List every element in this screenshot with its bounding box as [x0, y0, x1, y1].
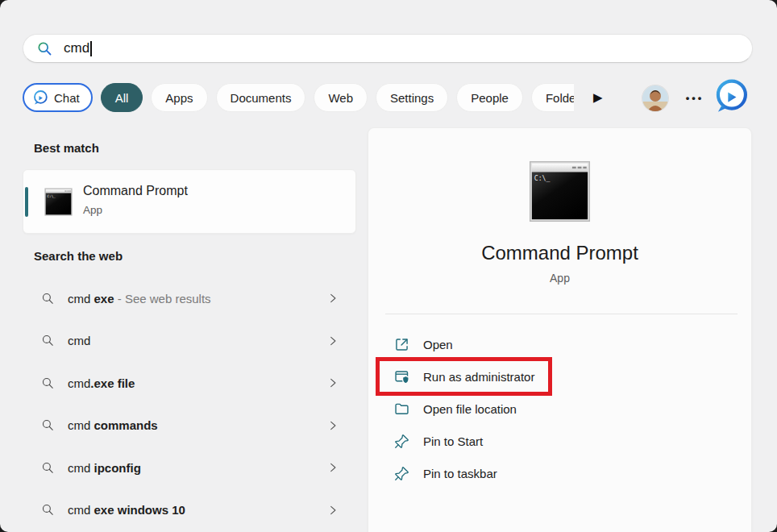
chevron-right-icon — [327, 462, 339, 473]
best-match-title: Command Prompt — [83, 184, 188, 198]
web-suggestion-list: cmd exe - See web results cmd cmd.exe fi… — [23, 277, 356, 531]
chevron-right-icon — [327, 505, 339, 516]
search-icon — [40, 291, 56, 306]
action-pin-to-start[interactable]: Pin to Start — [385, 425, 627, 457]
filter-documents-button[interactable]: Documents — [216, 83, 306, 112]
web-suggestion-item[interactable]: cmd ipconfig — [23, 447, 356, 489]
best-match-heading: Best match — [34, 141, 99, 155]
text-caret — [90, 41, 91, 56]
pin-icon — [393, 465, 410, 482]
bing-icon — [713, 77, 750, 114]
avatar-photo — [642, 85, 668, 111]
selection-accent-bar — [25, 187, 28, 217]
more-options-button[interactable]: ••• — [681, 89, 708, 108]
filter-pill-row: Chat All Apps Documents Web Settings Peo… — [23, 83, 574, 114]
filter-chat-button[interactable]: Chat — [23, 83, 93, 112]
search-icon — [36, 40, 53, 57]
more-filters-arrow-icon[interactable]: ▶ — [593, 89, 609, 106]
chevron-right-icon — [327, 377, 339, 389]
web-suggestion-item[interactable]: cmd commands — [23, 405, 356, 447]
search-icon — [40, 376, 56, 391]
search-the-web-heading: Search the web — [34, 249, 123, 263]
user-avatar[interactable] — [642, 85, 668, 111]
folder-icon — [393, 401, 410, 418]
filter-people-button[interactable]: People — [456, 83, 523, 112]
chevron-right-icon — [327, 420, 339, 431]
filter-settings-button[interactable]: Settings — [376, 83, 448, 112]
chevron-right-icon — [327, 335, 339, 347]
detail-app-subtitle: App — [368, 272, 752, 285]
search-input[interactable]: cmd — [64, 40, 92, 56]
search-icon — [40, 418, 56, 433]
pin-icon — [393, 433, 410, 450]
bing-chat-button[interactable] — [713, 77, 750, 114]
action-open-file-location[interactable]: Open file location — [385, 393, 627, 425]
filter-folders-button[interactable]: Folders — [531, 83, 574, 112]
web-suggestion-item[interactable]: cmd exe - See web results — [23, 277, 356, 320]
filter-chat-label: Chat — [54, 91, 80, 105]
action-pin-to-taskbar[interactable]: Pin to taskbar — [385, 457, 627, 489]
command-prompt-icon-large: C:\_ — [529, 160, 591, 222]
svg-text:C:\_: C:\_ — [534, 174, 551, 182]
action-open[interactable]: Open — [385, 328, 627, 360]
open-external-icon — [393, 336, 410, 353]
filter-web-button[interactable]: Web — [314, 83, 368, 112]
web-suggestion-item[interactable]: cmd exe windows 10 — [23, 489, 356, 532]
search-icon — [40, 333, 56, 348]
web-suggestion-item[interactable]: cmd — [23, 320, 356, 363]
best-match-item-command-prompt[interactable]: C:\_ Command Prompt App — [23, 169, 356, 234]
highlight-box-run-as-administrator — [376, 357, 552, 396]
divider — [385, 314, 738, 314]
command-prompt-icon: C:\_ — [44, 188, 73, 216]
bing-chat-icon — [32, 89, 48, 106]
filter-all-button[interactable]: All — [101, 83, 143, 112]
search-icon — [40, 502, 56, 517]
best-match-subtitle: App — [83, 204, 102, 216]
windows-search-flyout: cmd Chat All Apps Documents Web Settings… — [0, 0, 777, 532]
search-query-text: cmd — [64, 40, 89, 56]
chevron-right-icon — [327, 293, 339, 304]
search-bar[interactable]: cmd — [23, 34, 753, 63]
detail-app-title: Command Prompt — [368, 242, 752, 264]
search-icon — [40, 460, 56, 476]
filter-apps-button[interactable]: Apps — [151, 83, 207, 112]
web-suggestion-item[interactable]: cmd.exe file — [23, 362, 356, 405]
